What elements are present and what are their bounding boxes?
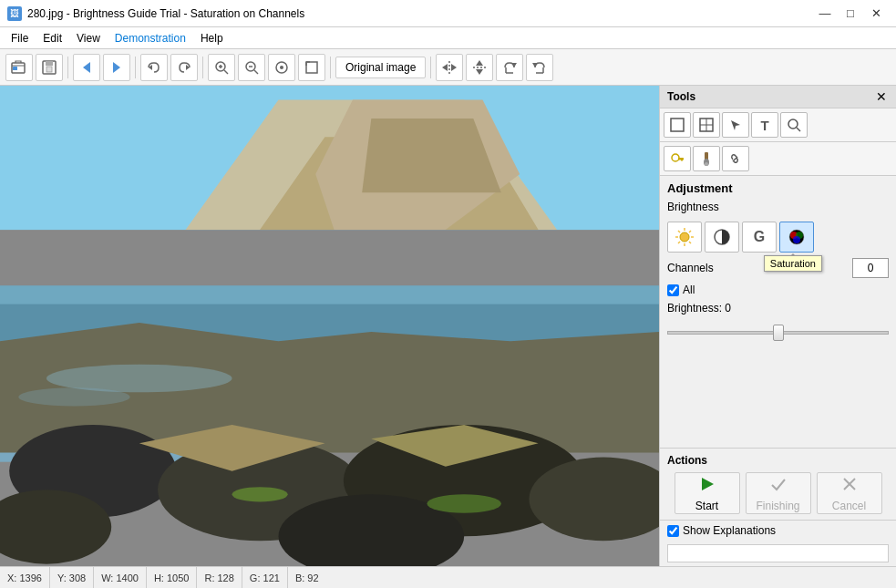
undo-button[interactable] [140, 54, 168, 81]
arrow-tool[interactable] [722, 112, 749, 138]
svg-point-65 [680, 232, 689, 242]
loupe-tool[interactable] [780, 112, 808, 138]
grid-tool[interactable] [693, 112, 720, 138]
title-bar: 🖼 280.jpg - Brightness Guide Trial - Sat… [0, 0, 896, 27]
tool-icons-row2 [660, 142, 896, 176]
svg-rect-4 [46, 67, 52, 72]
svg-marker-28 [532, 63, 538, 67]
nav-back-button[interactable] [73, 54, 100, 81]
toolbar-sep-2 [135, 57, 136, 78]
empty-area [667, 351, 889, 442]
key-tool[interactable] [664, 146, 691, 171]
channel-value: 0 [868, 262, 874, 274]
svg-rect-60 [681, 158, 683, 161]
svg-line-71 [689, 242, 691, 243]
svg-rect-52 [671, 119, 684, 131]
all-checkbox[interactable] [667, 284, 679, 296]
slider-thumb[interactable] [773, 325, 784, 341]
tool-icons-row1: T [660, 108, 896, 142]
zoom-in-button[interactable] [208, 54, 235, 81]
maximize-button[interactable]: □ [838, 4, 863, 24]
slider-container[interactable] [667, 324, 889, 342]
tools-header: Tools ✕ [660, 86, 896, 108]
svg-marker-5 [83, 62, 90, 73]
brightness-value-row: Brightness: 0 [667, 302, 889, 315]
finishing-label: Finishing [756, 500, 799, 512]
start-button[interactable]: Start [675, 472, 740, 514]
menu-help[interactable]: Help [193, 30, 231, 46]
svg-marker-79 [702, 478, 714, 490]
finishing-button[interactable]: Finishing [746, 472, 811, 514]
zoom-reset-button[interactable] [268, 54, 295, 81]
brush-tool[interactable] [693, 146, 720, 171]
text-tool[interactable]: T [751, 112, 778, 138]
svg-point-58 [672, 154, 679, 161]
cancel-label: Cancel [832, 500, 866, 512]
svg-marker-22 [451, 64, 457, 71]
brightness-label: Brightness [667, 201, 889, 213]
explanation-scroll[interactable] [667, 544, 889, 562]
menu-file[interactable]: File [4, 30, 36, 46]
close-button[interactable]: ✕ [863, 4, 889, 24]
status-w: W: 1400 [94, 567, 147, 588]
flip-horizontal-button[interactable] [436, 54, 463, 81]
show-explanations-label: Show Explanations [683, 524, 776, 537]
zoom-out-button[interactable] [238, 54, 265, 81]
title-bar-left: 🖼 280.jpg - Brightness Guide Trial - Sat… [7, 6, 304, 21]
adjustment-section: Adjustment Brightness [660, 176, 896, 448]
menu-edit[interactable]: Edit [36, 30, 69, 46]
redo-button[interactable] [170, 54, 198, 81]
zoom-fit-button[interactable] [298, 54, 325, 81]
flip-vertical-button[interactable] [466, 54, 493, 81]
svg-line-57 [797, 128, 800, 131]
tools-title: Tools [667, 90, 695, 103]
select-rect-tool[interactable] [664, 112, 691, 138]
svg-marker-25 [511, 63, 517, 67]
finishing-icon [769, 475, 788, 498]
saturation-mode-button[interactable]: Saturation [779, 222, 814, 253]
tools-close-button[interactable]: ✕ [874, 89, 889, 104]
svg-point-17 [280, 66, 283, 69]
rotate-cw-button[interactable] [496, 54, 523, 81]
minimize-button[interactable]: — [812, 4, 838, 24]
status-h: H: 1050 [147, 567, 198, 588]
status-g: G: 121 [242, 567, 288, 588]
image-canvas[interactable] [0, 86, 659, 566]
save-button[interactable] [36, 54, 63, 81]
status-b: B: 92 [288, 567, 326, 588]
cancel-icon [840, 475, 859, 498]
window-title: 280.jpg - Brightness Guide Trial - Satur… [27, 7, 304, 20]
status-bar: X: 1396 Y: 308 W: 1400 H: 1050 R: 128 G:… [0, 566, 896, 588]
status-y: Y: 308 [50, 567, 94, 588]
svg-marker-23 [476, 60, 483, 66]
svg-line-14 [254, 70, 258, 74]
contrast-mode-button[interactable] [705, 222, 739, 253]
svg-point-44 [232, 487, 288, 501]
show-explanations-row: Show Explanations [660, 520, 896, 541]
show-explanations-checkbox[interactable] [667, 525, 679, 537]
nav-forward-button[interactable] [103, 54, 130, 81]
toolbar: Original image [0, 49, 896, 86]
svg-marker-6 [113, 62, 120, 73]
start-label: Start [695, 500, 718, 512]
open-button[interactable] [5, 54, 33, 81]
toolbar-sep-5 [430, 57, 431, 78]
menu-view[interactable]: View [69, 30, 108, 46]
status-x: X: 1396 [0, 567, 50, 588]
svg-point-45 [427, 494, 500, 512]
channel-value-box: 0 [852, 258, 889, 278]
svg-point-56 [788, 119, 798, 129]
link-tool[interactable] [722, 146, 749, 171]
cancel-button[interactable]: Cancel [817, 472, 882, 514]
svg-line-70 [678, 231, 680, 232]
brightness-mode-button[interactable] [667, 222, 702, 253]
actions-title: Actions [667, 454, 889, 467]
rotate-ccw-button[interactable] [526, 54, 553, 81]
all-checkbox-row: All [667, 284, 889, 296]
toolbar-sep-3 [202, 57, 203, 78]
menu-demonstration[interactable]: Demonstration [108, 30, 193, 46]
svg-point-78 [793, 236, 800, 243]
original-image-button[interactable]: Original image [335, 57, 426, 78]
toolbar-sep-1 [67, 57, 68, 78]
gamma-mode-button[interactable]: G [742, 222, 777, 253]
